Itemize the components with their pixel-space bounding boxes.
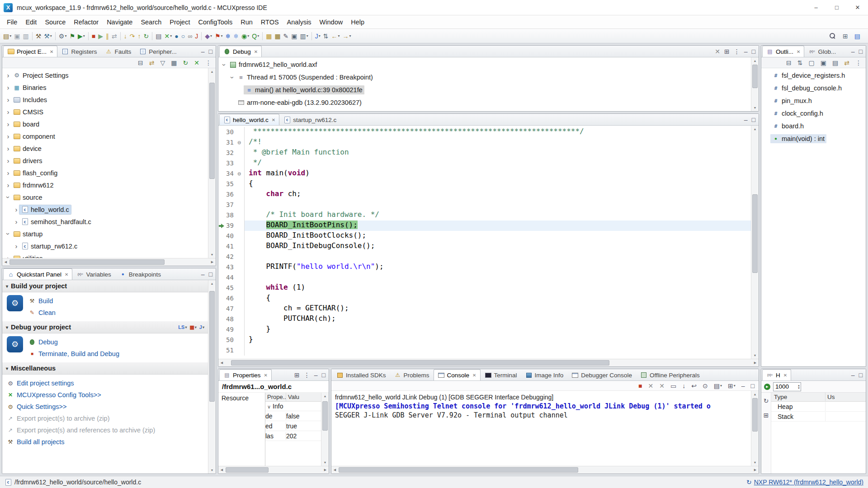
remove-all-terminated-button[interactable]: ✕	[714, 46, 721, 57]
code-line-44[interactable]: 44	[218, 272, 751, 283]
linkserver-debug-button[interactable]: LS▾	[178, 324, 187, 330]
config-tools-button[interactable]: ✕▾	[163, 31, 173, 42]
memory-button[interactable]: ▣	[290, 31, 298, 42]
code-line-50[interactable]: 50}	[218, 335, 751, 345]
code-line-47[interactable]: 47 ch = GETCHAR();	[218, 304, 751, 314]
vertical-scrollbar[interactable]	[208, 68, 216, 258]
scroll-up-icon[interactable]	[209, 68, 216, 75]
menu-source[interactable]: Source	[41, 17, 70, 28]
minimize-view-button[interactable]: –	[744, 46, 748, 57]
close-group-button[interactable]: ✕	[193, 57, 201, 68]
menu-analysis[interactable]: Analysis	[283, 17, 316, 28]
usage-column-header[interactable]: Us	[826, 393, 866, 401]
hide-fields-button[interactable]: ▢	[807, 57, 816, 68]
view-menu-button[interactable]: ⋮	[204, 57, 213, 68]
property-column-header[interactable]: Prope...	[265, 393, 286, 401]
tab-variables[interactable]: Variables	[72, 268, 115, 280]
tree-item-startup-rw612-c[interactable]: ›startup_rw612.c	[2, 240, 208, 252]
expander-icon[interactable]: ›	[5, 145, 11, 152]
tree-item-startup[interactable]: ›startup	[2, 228, 208, 240]
code-editor[interactable]: 30 *************************************…	[218, 126, 751, 359]
menu-project[interactable]: Project	[165, 17, 194, 28]
line-number[interactable]: 44	[225, 272, 236, 283]
line-number[interactable]: 30	[225, 127, 236, 137]
scroll-left-icon[interactable]	[218, 467, 225, 474]
minimize-view-button[interactable]: –	[314, 370, 318, 380]
line-number[interactable]: 35	[225, 179, 236, 189]
maximize-view-button[interactable]: □	[751, 114, 756, 125]
terminate-button[interactable]: ■	[90, 31, 97, 42]
code-line-40[interactable]: 40 BOARD_InitBootClocks();	[218, 231, 751, 241]
expander-icon[interactable]: ›	[13, 218, 19, 225]
scroll-right-icon[interactable]	[322, 467, 329, 474]
gutter[interactable]: 47	[218, 304, 245, 314]
expander-icon[interactable]: ›	[5, 169, 11, 177]
link-chain-button[interactable]: ∞	[186, 31, 193, 42]
vertical-scrollbar[interactable]	[208, 280, 216, 474]
gutter[interactable]: 34⊖	[218, 169, 245, 179]
quickstart-clean[interactable]: Clean	[28, 307, 203, 319]
expander-icon[interactable]: ›	[5, 157, 11, 164]
hide-static-button[interactable]: ▣	[819, 57, 828, 68]
tab-hello-world-c[interactable]: hello_world.c✕	[219, 114, 279, 125]
swo-trace-button[interactable]: ⇅	[322, 31, 330, 42]
build-button[interactable]: ⚒	[34, 31, 43, 42]
link-with-editor-button[interactable]: ⇄	[843, 57, 851, 68]
code-line-30[interactable]: 30 *************************************…	[218, 127, 751, 137]
scroll-up-icon[interactable]	[322, 393, 329, 399]
tree-item-component[interactable]: ›component	[2, 130, 208, 142]
save-button[interactable]: ▣	[13, 31, 21, 42]
tree-item-board-h[interactable]: board.h	[761, 120, 866, 132]
view-menu-button[interactable]: ⋮	[733, 46, 741, 57]
horizontal-scrollbar[interactable]	[218, 466, 329, 474]
forward-button[interactable]: →▾	[341, 31, 353, 42]
stepper-icon[interactable]: ▲▼	[797, 384, 800, 389]
gutter[interactable]: 42	[218, 252, 245, 262]
gutter[interactable]: 32	[218, 148, 245, 158]
tree-item-main-void-int[interactable]: main(void) : int	[761, 132, 866, 145]
menu-run[interactable]: Run	[236, 17, 257, 28]
expander-icon[interactable]: ›	[5, 120, 11, 128]
scroll-lock-button[interactable]: ↓	[681, 380, 687, 391]
tree-item-thread-1-57005-suspended-breakpoint[interactable]: ›Thread #1 57005 (Suspended : Breakpoint…	[218, 71, 751, 84]
pemicro-debug-button[interactable]: ▦▾	[189, 324, 196, 330]
display-selected-console-button[interactable]: ▤▾	[712, 380, 723, 391]
scroll-right-icon[interactable]	[752, 467, 759, 474]
line-number[interactable]: 33	[225, 158, 236, 169]
fold-icon[interactable]: ⊖	[236, 137, 243, 148]
pin-console-button[interactable]: ⊙	[701, 380, 709, 391]
code-line-41[interactable]: 41 BOARD_InitDebugConsole();	[218, 241, 751, 252]
tree-item-main-at-hello-world-c-39-0x80021fe[interactable]: main() at hello_world.c:39 0x80021fe	[218, 84, 751, 96]
code-line-32[interactable]: 32 * @brief Main function	[218, 148, 751, 158]
scroll-down-icon[interactable]	[752, 352, 759, 359]
maximize-view-button[interactable]: □	[751, 46, 756, 57]
refresh-button[interactable]: ↻	[762, 395, 770, 406]
console-view-button[interactable]: ▤	[154, 31, 163, 42]
section-header-build-your-project[interactable]: ▾Build your project	[2, 280, 208, 292]
tree-item-pin-mux-h[interactable]: pin_mux.h	[761, 94, 866, 107]
tab-faults[interactable]: Faults	[101, 46, 135, 57]
tree-item-frdmrw612[interactable]: ›frdmrw612	[2, 179, 208, 191]
gutter[interactable]: 36	[218, 189, 245, 200]
horizontal-scrollbar[interactable]	[331, 466, 759, 474]
line-number[interactable]: 41	[225, 241, 236, 252]
run-heap-analysis-button[interactable]: ▶	[764, 384, 770, 390]
expander-icon[interactable]: ›	[5, 96, 11, 103]
gutter[interactable]: 43	[218, 262, 245, 272]
menu-search[interactable]: Search	[137, 17, 165, 28]
tab-h[interactable]: H✕	[762, 369, 791, 380]
tab-startup-rw612-c[interactable]: startup_rw612.c	[279, 114, 340, 125]
tab-peripher[interactable]: Peripher...	[135, 46, 181, 57]
property-row-ed[interactable]: edtrue	[265, 421, 321, 431]
status-target-link[interactable]: ↻ NXP RW612* (frdmrw612_hello_world)	[746, 479, 863, 486]
restart-button[interactable]: ↻	[142, 31, 151, 42]
console-output[interactable]: frdmrw612_hello_world JLink Debug (1) [G…	[331, 391, 751, 466]
menu-file[interactable]: File	[3, 17, 21, 28]
detach-button[interactable]: ⊞	[762, 410, 770, 421]
run-circle-button[interactable]: ◉▾	[240, 31, 250, 42]
save-all-button[interactable]: ▥	[21, 31, 30, 42]
tab-registers[interactable]: Registers	[57, 46, 101, 57]
globe-button[interactable]: ○	[180, 31, 186, 42]
gutter[interactable]: 48	[218, 314, 245, 324]
gutter[interactable]: 40	[218, 231, 245, 241]
